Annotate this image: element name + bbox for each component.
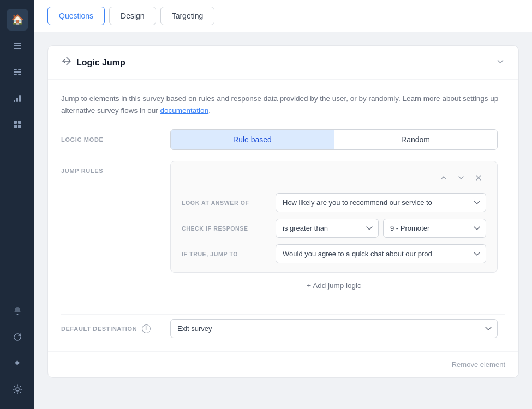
rule-controls bbox=[182, 170, 486, 185]
collapse-icon[interactable] bbox=[495, 57, 505, 69]
look-at-label: LOOK AT ANSWER OF bbox=[182, 200, 269, 206]
check-response-group: is greater than is less than is equal to… bbox=[276, 219, 486, 238]
logic-jump-card: Logic Jump Jump to elements in this surv… bbox=[47, 45, 519, 378]
sidebar-settings[interactable] bbox=[7, 378, 28, 400]
svg-rect-12 bbox=[18, 121, 21, 124]
card-header: Logic Jump bbox=[48, 46, 518, 80]
sidebar-sparkle[interactable]: ✦ bbox=[7, 352, 28, 374]
svg-rect-11 bbox=[14, 121, 17, 124]
look-at-row: LOOK AT ANSWER OF How likely are you to … bbox=[182, 193, 486, 212]
svg-rect-2 bbox=[14, 48, 21, 49]
svg-rect-9 bbox=[16, 98, 18, 102]
svg-rect-5 bbox=[14, 71, 21, 73]
remove-element-button[interactable]: Remove element bbox=[452, 360, 505, 369]
toggle-rule-based[interactable]: Rule based bbox=[171, 130, 334, 149]
svg-rect-7 bbox=[18, 74, 21, 75]
rule-close-button[interactable] bbox=[471, 170, 486, 185]
tab-questions[interactable]: Questions bbox=[47, 7, 105, 25]
logic-jump-icon bbox=[61, 56, 72, 69]
svg-rect-6 bbox=[14, 74, 17, 75]
sidebar-bell[interactable] bbox=[7, 300, 28, 322]
svg-point-15 bbox=[16, 388, 19, 391]
svg-rect-10 bbox=[19, 95, 21, 102]
svg-rect-14 bbox=[18, 125, 21, 128]
content-area: Logic Jump Jump to elements in this surv… bbox=[34, 32, 532, 409]
sidebar: 🏠 ✦ bbox=[0, 0, 34, 409]
jump-rules-container: LOOK AT ANSWER OF How likely are you to … bbox=[170, 161, 498, 292]
main-content: Questions Design Targeting Logic Jump bbox=[34, 0, 532, 409]
default-destination-label: DEFAULT DESTINATION i bbox=[61, 324, 170, 333]
add-logic-button[interactable]: + Add jump logic bbox=[307, 281, 361, 290]
jump-rules-label: JUMP RULES bbox=[61, 161, 170, 174]
jump-rules-row: JUMP RULES bbox=[61, 161, 505, 292]
description: Jump to elements in this survey based on… bbox=[61, 93, 505, 116]
sidebar-home[interactable]: 🏠 bbox=[7, 9, 28, 31]
svg-rect-3 bbox=[14, 69, 17, 70]
sidebar-analytics[interactable] bbox=[7, 87, 28, 109]
rule-up-button[interactable] bbox=[436, 170, 451, 185]
if-true-select[interactable]: Would you agree to a quick chat about ou… bbox=[276, 244, 486, 263]
logic-mode-row: LOGIC MODE Rule based Random bbox=[61, 129, 505, 150]
logic-mode-label: LOGIC MODE bbox=[61, 136, 170, 143]
top-nav: Questions Design Targeting bbox=[34, 0, 532, 32]
if-true-row: IF TRUE, JUMP TO Would you agree to a qu… bbox=[182, 244, 486, 263]
logic-mode-toggle: Rule based Random bbox=[170, 129, 498, 150]
toggle-random[interactable]: Random bbox=[334, 130, 497, 149]
card-title: Logic Jump bbox=[61, 56, 125, 69]
svg-rect-13 bbox=[14, 125, 17, 128]
section-divider bbox=[48, 303, 518, 303]
check-response-select[interactable]: is greater than is less than is equal to bbox=[276, 219, 379, 238]
sidebar-list[interactable] bbox=[7, 35, 28, 57]
check-response-label: CHECK IF RESPONSE bbox=[182, 225, 269, 232]
default-destination-select[interactable]: Exit survey Beginning End of survey bbox=[170, 319, 498, 338]
default-destination-row: DEFAULT DESTINATION i Exit survey Beginn… bbox=[61, 314, 505, 338]
svg-rect-1 bbox=[14, 45, 21, 46]
documentation-link[interactable]: documentation bbox=[160, 106, 209, 115]
check-response-row: CHECK IF RESPONSE is greater than is les… bbox=[182, 219, 486, 238]
svg-rect-0 bbox=[14, 43, 21, 44]
if-true-label: IF TRUE, JUMP TO bbox=[182, 251, 269, 257]
svg-rect-4 bbox=[18, 69, 21, 70]
svg-rect-8 bbox=[14, 100, 15, 102]
info-icon: i bbox=[142, 324, 151, 333]
promoter-select[interactable]: 9 - Promoter 8 - Passive 0-6 Detractor bbox=[383, 219, 486, 238]
card-body: Jump to elements in this survey based on… bbox=[48, 80, 518, 351]
sidebar-grid[interactable] bbox=[7, 113, 28, 135]
sidebar-menu[interactable] bbox=[7, 61, 28, 83]
jump-rule-box: LOOK AT ANSWER OF How likely are you to … bbox=[170, 161, 498, 273]
tab-targeting[interactable]: Targeting bbox=[160, 7, 215, 25]
sidebar-refresh[interactable] bbox=[7, 326, 28, 348]
card-title-text: Logic Jump bbox=[76, 58, 125, 68]
add-logic-row: + Add jump logic bbox=[170, 273, 498, 292]
remove-row: Remove element bbox=[48, 351, 518, 377]
look-at-select[interactable]: How likely are you to recommend our serv… bbox=[276, 193, 486, 212]
tab-design[interactable]: Design bbox=[109, 7, 156, 25]
rule-down-button[interactable] bbox=[453, 170, 469, 185]
